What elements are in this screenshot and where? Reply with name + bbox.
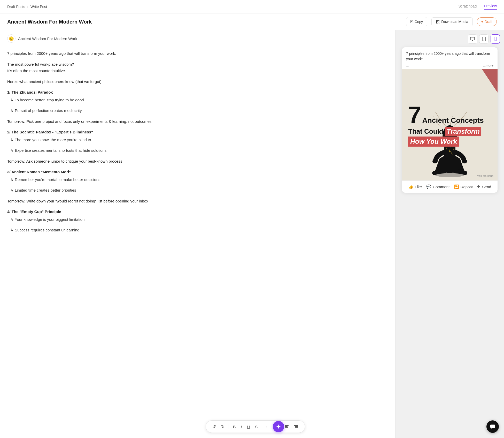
image-text-overlay: 7 Ancient Concepts That Could Transform … — [402, 98, 498, 152]
desktop-view-button[interactable] — [468, 34, 477, 44]
chevron-down-icon: ▾ — [481, 20, 483, 24]
section-2: 2/ The Socratic Paradox - "Expert's Blin… — [7, 129, 388, 135]
para-2: The most powerful workplace wisdom?It's … — [7, 61, 388, 74]
svg-rect-5 — [285, 425, 289, 426]
toolbar-sep-1 — [229, 424, 229, 429]
section-3: 3/ Ancient Roman "Memento Mori" — [7, 169, 388, 175]
write-post-link[interactable]: Write Post — [30, 5, 47, 9]
download-media-label: Download Media — [441, 20, 468, 24]
tomorrow-1: Tomorrow: Pick one project and focus onl… — [7, 118, 388, 125]
svg-rect-6 — [285, 426, 288, 427]
tab-preview[interactable]: Preview — [484, 4, 497, 10]
repost-icon: 🔁 — [454, 184, 459, 189]
tomorrow-2: Tomorrow: Ask someone junior to critique… — [7, 158, 388, 165]
mobile-view-button[interactable] — [491, 34, 500, 44]
svg-text:1.: 1. — [266, 425, 268, 428]
tab-scratchpad[interactable]: Scratchpad — [458, 4, 477, 9]
breadcrumb: Draft Posts › Write Post — [7, 5, 47, 9]
indent-4b: ↳ Success requires constant unlearning — [7, 227, 388, 233]
comment-icon: 💬 — [426, 184, 431, 189]
svg-point-15 — [484, 40, 484, 41]
chat-icon — [490, 424, 495, 429]
indent-3a: ↳ Remember you're mortal to make better … — [7, 176, 388, 183]
underline-button[interactable]: U — [246, 424, 252, 430]
preview-header-text: 7 principles from 2000+ years ago that w… — [406, 51, 490, 61]
undo-button[interactable]: ↺ — [211, 423, 218, 430]
main-area: 🙂 Ancient Wisdom For Modern Work 7 princ… — [0, 30, 504, 438]
italic-button[interactable]: I — [239, 424, 243, 430]
ancient-concepts-inline: Ancient Concepts — [422, 116, 484, 124]
copy-label: Copy — [415, 20, 423, 24]
device-bar — [400, 34, 500, 44]
strikethrough-button[interactable]: S — [253, 424, 259, 430]
emoji-button[interactable]: 🙂 — [7, 34, 15, 43]
svg-rect-11 — [470, 37, 475, 40]
bold-button[interactable]: B — [231, 424, 237, 430]
comment-label: Comment — [433, 185, 449, 189]
editor-emoji-bar: 🙂 Ancient Wisdom For Modern Work — [0, 30, 395, 45]
svg-rect-13 — [471, 40, 474, 40]
editor-toolbar: ↺ ↻ B I U S 1. — [206, 420, 305, 433]
indent-3b: ↳ Limited time creates better priorities — [7, 187, 388, 194]
fab-button[interactable] — [273, 421, 284, 432]
draft-button[interactable]: ▾ Draft — [477, 17, 497, 26]
preview-card-more-row: ... ...more — [402, 63, 498, 69]
svg-point-21 — [432, 159, 438, 163]
more-link[interactable]: ...more — [483, 63, 493, 67]
send-button[interactable]: ✈ Send — [477, 184, 491, 189]
post-title: Ancient Wisdom For Modern Work — [7, 19, 402, 25]
svg-point-17 — [495, 40, 495, 41]
preview-card-actions: 👍 Like 💬 Comment 🔁 Repost ✈ Send — [402, 180, 498, 193]
like-button[interactable]: 👍 Like — [408, 184, 422, 189]
send-icon: ✈ — [477, 184, 480, 189]
svg-rect-7 — [285, 427, 288, 428]
download-media-button[interactable]: 🖼 Download Media — [431, 17, 472, 26]
fab-icon — [276, 424, 281, 429]
repost-button[interactable]: 🔁 Repost — [454, 184, 473, 189]
how-you-work: How You Work — [408, 137, 459, 147]
svg-point-22 — [462, 159, 467, 163]
tablet-icon — [482, 37, 486, 41]
editor-subtitle: Ancient Wisdom For Modern Work — [18, 36, 77, 41]
editor-panel: 🙂 Ancient Wisdom For Modern Work 7 princ… — [0, 30, 396, 438]
indent-1a: ↳ To become better, stop trying to be go… — [7, 97, 388, 103]
transform-word: Transform — [445, 127, 481, 136]
para-1: 7 principles from 2000+ years ago that w… — [7, 50, 388, 57]
copy-icon: ⎘ — [410, 19, 413, 24]
draft-label: Draft — [485, 20, 492, 24]
like-icon: 👍 — [408, 184, 413, 189]
draft-posts-link[interactable]: Draft Posts — [7, 5, 25, 9]
svg-rect-8 — [294, 425, 298, 426]
like-label: Like — [415, 185, 422, 189]
header-bar: Ancient Wisdom For Modern Work ⎘ Copy 🖼 … — [0, 13, 504, 30]
svg-rect-10 — [295, 427, 298, 428]
tomorrow-3: Tomorrow: Write down your "would regret … — [7, 198, 388, 205]
comment-button[interactable]: 💬 Comment — [426, 184, 449, 189]
preview-image-area: 7 Ancient Concepts That Could Transform … — [402, 69, 498, 180]
nav-tabs: Scratchpad Preview — [458, 4, 497, 10]
that-could-line: That Could Transform — [408, 127, 491, 135]
editor-content[interactable]: 7 principles from 2000+ years ago that w… — [0, 45, 395, 269]
indent-2b: ↳ Expertise creates mental shortcuts tha… — [7, 147, 388, 154]
preview-card: 7 principles from 2000+ years ago that w… — [402, 47, 498, 193]
mobile-icon — [493, 37, 498, 41]
preview-ellipsis: ... — [406, 63, 409, 67]
top-nav: Draft Posts › Write Post Scratchpad Prev… — [0, 0, 504, 13]
svg-rect-9 — [295, 426, 298, 427]
align-right-button[interactable] — [292, 424, 300, 430]
section-1: 1/ The Zhuangzi Paradox — [7, 89, 388, 96]
how-you-work-line: How You Work — [408, 135, 491, 147]
ordered-list-icon: 1. — [266, 425, 270, 429]
indent-2a: ↳ The more you know, the more you're bli… — [7, 137, 388, 143]
svg-rect-23 — [490, 425, 495, 428]
preview-panel: 7 principles from 2000+ years ago that w… — [396, 30, 504, 438]
tablet-view-button[interactable] — [479, 34, 489, 44]
copy-button[interactable]: ⎘ Copy — [406, 17, 428, 26]
align-left-button[interactable] — [283, 424, 290, 430]
ordered-list-button[interactable]: 1. — [265, 424, 272, 430]
redo-button[interactable]: ↻ — [220, 423, 226, 430]
chat-button[interactable] — [486, 420, 499, 433]
indent-4a: ↳ Your knowledge is your biggest limitat… — [7, 216, 388, 223]
desktop-icon — [470, 37, 475, 41]
align-right-icon — [294, 425, 298, 429]
